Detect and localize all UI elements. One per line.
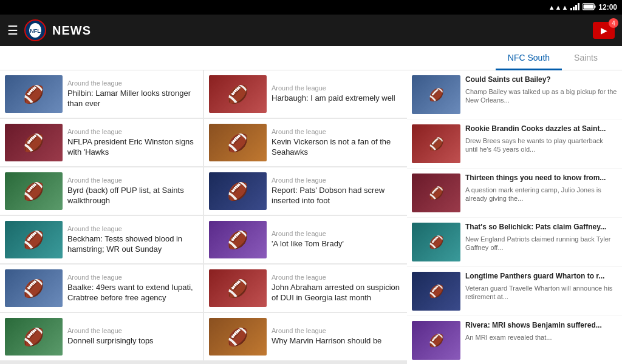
svg-rect-3 [578, 3, 579, 10]
wifi-icon: ▲▲▲ [549, 4, 569, 11]
sidebar-thumb-2: 🏈 [412, 124, 460, 163]
news-item-12[interactable]: 🏈 Around the league Why Marvin Harrison … [204, 313, 407, 360]
sidebar-item-6[interactable]: 🏈 Rivera: MRI shows Benjamin suffered...… [407, 316, 622, 364]
news-item-11[interactable]: 🏈 Around the league Donnell surprisingly… [0, 313, 203, 360]
news-thumb-11: 🏈 [5, 318, 63, 356]
news-thumb-1: 🏈 [5, 75, 63, 113]
news-thumb-4: 🏈 [209, 124, 267, 161]
hamburger-icon[interactable]: ☰ [7, 23, 18, 38]
news-thumb-8: 🏈 [209, 221, 267, 258]
news-thumb-10: 🏈 [209, 269, 267, 307]
news-item-10[interactable]: 🏈 Around the league John Abraham arreste… [204, 265, 407, 312]
news-row-6: 🏈 Around the league Donnell surprisingly… [0, 313, 407, 360]
nav-bar: ☰ NFL NEWS ▶ 4 [0, 15, 622, 46]
news-row-2: 🏈 Around the league NFLPA president Eric… [0, 119, 407, 166]
sidebar-thumb-6: 🏈 [412, 321, 460, 360]
sidebar-thumb-3: 🏈 [412, 174, 460, 212]
news-text-11: Around the league Donnell surprisingly t… [67, 327, 198, 346]
notification-badge: 4 [609, 18, 618, 28]
nav-title: NEWS [52, 24, 587, 38]
news-row-5: 🏈 Around the league Baalke: 49ers want t… [0, 265, 407, 312]
news-item-9[interactable]: 🏈 Around the league Baalke: 49ers want t… [0, 265, 203, 312]
news-thumb-9: 🏈 [5, 269, 63, 307]
svg-text:NFL: NFL [30, 28, 41, 34]
news-text-2: Around the league Harbaugh: I am paid ex… [272, 84, 402, 104]
nfl-logo: NFL [24, 19, 46, 41]
tab-bar: NFC South Saints [0, 46, 622, 70]
news-item-5[interactable]: 🏈 Around the league Byrd (back) off PUP … [0, 167, 203, 215]
status-time: 12:00 [598, 3, 617, 12]
sidebar-text-2: Rookie Brandin Cooks dazzles at Saint...… [465, 124, 617, 153]
news-item-4[interactable]: 🏈 Around the league Kevin Vickerson is n… [204, 119, 407, 166]
news-thumb-7: 🏈 [5, 221, 63, 258]
news-text-6: Around the league Report: Pats' Dobson h… [272, 177, 402, 206]
news-thumb-6: 🏈 [209, 172, 267, 210]
news-text-3: Around the league NFLPA president Eric W… [67, 128, 198, 158]
sidebar-item-5[interactable]: 🏈 Longtime Panthers guard Wharton to r..… [407, 267, 622, 315]
sidebar-thumb-4: 🏈 [412, 223, 460, 261]
main-content: 🏈 Around the league Philbin: Lamar Mille… [0, 70, 622, 364]
news-text-9: Around the league Baalke: 49ers want to … [67, 274, 198, 303]
sidebar-item-3[interactable]: 🏈 Thirteen things you need to know from.… [407, 169, 622, 217]
news-text-1: Around the league Philbin: Lamar Miller … [67, 79, 198, 109]
sidebar-text-6: Rivera: MRI shows Benjamin suffered... A… [465, 321, 617, 342]
news-feed: 🏈 Around the league Philbin: Lamar Mille… [0, 70, 407, 364]
svg-rect-5 [595, 5, 596, 8]
news-item-8[interactable]: 🏈 Around the league 'A lot like Tom Brad… [204, 216, 407, 263]
news-thumb-3: 🏈 [5, 124, 63, 161]
sidebar-text-4: That's so Belichick: Pats claim Gaffney.… [465, 223, 617, 252]
sidebar-text-3: Thirteen things you need to know from...… [465, 174, 617, 203]
sidebar-item-4[interactable]: 🏈 That's so Belichick: Pats claim Gaffne… [407, 218, 622, 266]
news-thumb-12: 🏈 [209, 318, 267, 356]
svg-rect-1 [573, 7, 575, 10]
news-text-5: Around the league Byrd (back) off PUP li… [67, 177, 198, 206]
tab-saints[interactable]: Saints [562, 47, 610, 70]
sidebar-thumb-1: 🏈 [412, 75, 460, 114]
battery-icon [583, 3, 596, 12]
sidebar-thumb-5: 🏈 [412, 272, 460, 311]
news-text-10: Around the league John Abraham arrested … [272, 274, 402, 303]
news-text-8: Around the league 'A lot like Tom Brady' [272, 230, 402, 249]
sidebar-item-2[interactable]: 🏈 Rookie Brandin Cooks dazzles at Saint.… [407, 120, 622, 168]
news-thumb-5: 🏈 [5, 172, 63, 210]
news-row-1: 🏈 Around the league Philbin: Lamar Mille… [0, 70, 407, 118]
status-icons: ▲▲▲ 12:00 [549, 3, 617, 12]
svg-rect-6 [584, 5, 593, 9]
news-text-4: Around the league Kevin Vickerson is not… [272, 128, 402, 158]
sidebar-item-1[interactable]: 🏈 Could Saints cut Bailey? Champ Bailey … [407, 70, 622, 119]
notification-button[interactable]: ▶ 4 [593, 22, 615, 39]
news-item-2[interactable]: 🏈 Around the league Harbaugh: I am paid … [204, 70, 407, 118]
tab-nfc-south[interactable]: NFC South [496, 47, 562, 70]
sidebar-text-5: Longtime Panthers guard Wharton to r... … [465, 272, 617, 301]
signal-icon [570, 3, 580, 12]
news-item-6[interactable]: 🏈 Around the league Report: Pats' Dobson… [204, 167, 407, 215]
news-row-4: 🏈 Around the league Beckham: Tests showe… [0, 216, 407, 263]
news-item-3[interactable]: 🏈 Around the league NFLPA president Eric… [0, 119, 203, 166]
news-text-12: Around the league Why Marvin Harrison sh… [272, 327, 402, 346]
status-bar: ▲▲▲ 12:00 [0, 0, 622, 15]
news-text-7: Around the league Beckham: Tests showed … [67, 225, 198, 255]
news-item-7[interactable]: 🏈 Around the league Beckham: Tests showe… [0, 216, 203, 263]
svg-rect-0 [570, 8, 572, 10]
sidebar: 🏈 Could Saints cut Bailey? Champ Bailey … [407, 70, 622, 364]
svg-rect-2 [575, 5, 577, 10]
news-item-1[interactable]: 🏈 Around the league Philbin: Lamar Mille… [0, 70, 203, 118]
sidebar-text-1: Could Saints cut Bailey? Champ Bailey wa… [465, 75, 617, 104]
news-row-3: 🏈 Around the league Byrd (back) off PUP … [0, 167, 407, 215]
news-thumb-2: 🏈 [209, 75, 267, 113]
play-icon: ▶ [601, 25, 607, 35]
